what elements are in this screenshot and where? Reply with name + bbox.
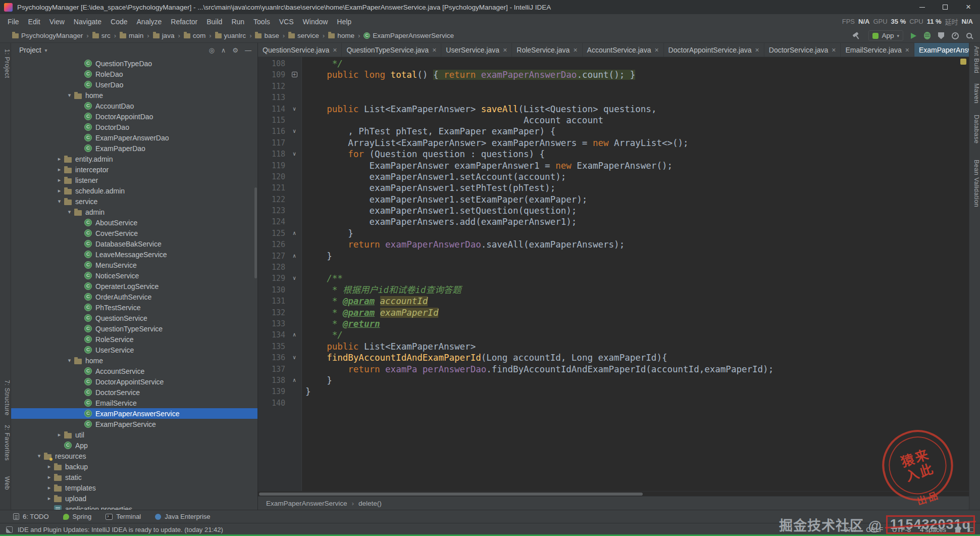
- tool-window-switcher-icon[interactable]: [6, 526, 13, 533]
- gear-icon[interactable]: ⚙: [232, 46, 238, 54]
- tool-window-button-java-enterprise[interactable]: Java Enterprise: [155, 513, 210, 520]
- tree-item-userdao[interactable]: CUserDao: [11, 79, 257, 90]
- menu-item-navigate[interactable]: Navigate: [69, 18, 106, 26]
- code-text[interactable]: examPaperAnswer1.setAccount(account);: [301, 171, 566, 182]
- project-panel-title[interactable]: Project: [19, 46, 41, 54]
- code-text[interactable]: [301, 81, 305, 92]
- tree-item-interceptor[interactable]: ▸interceptor: [11, 164, 257, 175]
- code-text[interactable]: examPaperAnswers.add(examPaperAnswer1);: [301, 216, 577, 227]
- chevron-down-icon[interactable]: ▾: [55, 198, 64, 205]
- tree-item-backup[interactable]: ▸backup: [11, 461, 257, 472]
- breadcrumb-item-base[interactable]: base: [254, 31, 280, 40]
- breadcrumb-item-psychologymanager[interactable]: PsychologyManager: [11, 31, 84, 40]
- tree-item-admin[interactable]: ▾admin: [11, 207, 257, 217]
- tree-item-coverservice[interactable]: CCoverService: [11, 228, 257, 238]
- menu-item-view[interactable]: View: [45, 18, 69, 26]
- code-text[interactable]: * @param accountId: [301, 296, 428, 307]
- debug-button[interactable]: [924, 32, 931, 39]
- tree-item-util[interactable]: ▸util: [11, 429, 257, 440]
- tree-item-app[interactable]: CApp: [11, 440, 257, 451]
- fold-box-icon[interactable]: +: [287, 69, 301, 80]
- editor-breadcrumb-delete[interactable]: delete(): [358, 500, 382, 507]
- tree-item-upload[interactable]: ▸upload: [11, 493, 257, 504]
- line-separator[interactable]: CRLF: [866, 526, 883, 533]
- code-text[interactable]: return examPaperAnswerDao.saveAll(examPa…: [301, 239, 625, 250]
- tree-item-schedule-admin[interactable]: ▸schedule.admin: [11, 185, 257, 196]
- run-button[interactable]: [911, 33, 916, 39]
- tab-exampaperanswerservice-java[interactable]: ExamPaperAnswerService.java×: [914, 43, 969, 57]
- chevron-down-icon[interactable]: ▾: [45, 47, 47, 53]
- breadcrumb-item-src[interactable]: src: [91, 31, 112, 40]
- fold-down-icon[interactable]: ∨: [287, 126, 301, 137]
- minimize-button[interactable]: [910, 0, 934, 14]
- tool-window-button-spring[interactable]: Spring: [63, 513, 92, 520]
- code-text[interactable]: */: [301, 329, 343, 340]
- fold-down-icon[interactable]: ∨: [287, 352, 301, 363]
- fold-up-icon[interactable]: ∧: [287, 375, 301, 386]
- chevron-down-icon[interactable]: ▾: [65, 209, 74, 215]
- menu-item-refactor[interactable]: Refactor: [166, 18, 202, 26]
- tree-item-application-properties[interactable]: application.properties: [11, 504, 257, 510]
- chevron-right-icon[interactable]: ▸: [55, 187, 64, 194]
- tree-item-doctorappointdao[interactable]: CDoctorAppointDao: [11, 111, 257, 122]
- maximize-button[interactable]: [934, 0, 957, 14]
- tool-stripe-ant-build[interactable]: Ant Build: [969, 46, 980, 74]
- indicator-icon[interactable]: [969, 527, 974, 532]
- tree-item-home[interactable]: ▾home: [11, 90, 257, 101]
- tree-item-userservice[interactable]: CUserService: [11, 345, 257, 355]
- tool-stripe-1-project[interactable]: 1: Project: [0, 49, 11, 78]
- code-text[interactable]: * 根据用户id和试卷id查询答题: [301, 284, 461, 296]
- tab-questiontypeservice-java[interactable]: QuestionTypeService.java×: [342, 43, 441, 57]
- horizontal-scrollbar[interactable]: [258, 491, 969, 496]
- tree-item-listener[interactable]: ▸listener: [11, 175, 257, 185]
- menu-item-edit[interactable]: Edit: [24, 18, 45, 26]
- tree-item-exampaperservice[interactable]: CExamPaperService: [11, 419, 257, 429]
- tree-item-roledao[interactable]: CRoleDao: [11, 69, 257, 79]
- chevron-down-icon[interactable]: ▾: [65, 357, 74, 364]
- tree-scrollbar[interactable]: [254, 187, 257, 278]
- tree-item-templates[interactable]: ▸templates: [11, 482, 257, 493]
- menu-item-file[interactable]: File: [3, 18, 24, 26]
- breadcrumb-item-home[interactable]: home: [327, 31, 355, 40]
- tab-questionservice-java[interactable]: QuestionService.java×: [258, 43, 342, 57]
- close-icon[interactable]: ×: [905, 46, 909, 54]
- tab-roleservice-java[interactable]: RoleService.java×: [512, 43, 582, 57]
- menu-item-help[interactable]: Help: [332, 18, 356, 26]
- fold-down-icon[interactable]: ∨: [287, 104, 301, 115]
- collapse-all-icon[interactable]: ∧: [221, 46, 226, 54]
- tool-stripe-7-structure[interactable]: 7: Structure: [0, 380, 11, 416]
- code-text[interactable]: examPaperAnswer1.setQuestion(question);: [301, 205, 577, 216]
- lock-icon[interactable]: [955, 529, 960, 533]
- tool-window-button-terminal[interactable]: Terminal: [106, 513, 141, 520]
- fold-up-icon[interactable]: ∧: [287, 329, 301, 340]
- menu-item-build[interactable]: Build: [202, 18, 227, 26]
- tree-item-doctorappointservice[interactable]: CDoctorAppointService: [11, 376, 257, 387]
- code-text[interactable]: for (Question question : questions) {: [301, 149, 545, 160]
- fold-down-icon[interactable]: ∨: [287, 149, 301, 160]
- tree-item-databasebakservice[interactable]: CDatabaseBakService: [11, 238, 257, 249]
- locate-file-icon[interactable]: ◎: [209, 46, 214, 54]
- code-text[interactable]: }: [301, 386, 311, 397]
- chevron-right-icon[interactable]: ▸: [55, 156, 64, 162]
- coverage-button[interactable]: [938, 32, 944, 39]
- fold-up-icon[interactable]: ∧: [287, 251, 301, 262]
- code-text[interactable]: , PhTest phTest, ExamPaper examPaper) {: [301, 126, 555, 137]
- scrollbar-thumb[interactable]: [259, 493, 643, 496]
- code-text[interactable]: examPaperAnswer1.setExamPaper(examPaper)…: [301, 194, 587, 205]
- tree-item-resources[interactable]: ▾resources: [11, 451, 257, 461]
- tree-item-service[interactable]: ▾service: [11, 196, 257, 207]
- code-text[interactable]: findByAccountIdAndExamPaperId(Long accou…: [301, 352, 667, 363]
- chevron-right-icon[interactable]: ▸: [44, 463, 54, 470]
- tree-item-roleservice[interactable]: CRoleService: [11, 334, 257, 345]
- tree-item-exampaperanswerdao[interactable]: CExamPaperAnswerDao: [11, 132, 257, 143]
- tree-item-menuservice[interactable]: CMenuService: [11, 260, 257, 270]
- search-everywhere-icon[interactable]: [966, 33, 972, 38]
- tab-userservice-java[interactable]: UserService.java×: [441, 43, 512, 57]
- tree-item-questiontypeservice[interactable]: CQuestionTypeService: [11, 323, 257, 334]
- chevron-down-icon[interactable]: ▾: [65, 92, 74, 99]
- tree-item-static[interactable]: ▸static: [11, 472, 257, 482]
- editor-breadcrumb-exampaperanswerservice[interactable]: ExamPaperAnswerService: [266, 500, 347, 507]
- code-text[interactable]: /**: [301, 273, 343, 284]
- tree-item-emailservice[interactable]: CEmailService: [11, 398, 257, 408]
- breadcrumb-item-com[interactable]: com: [183, 31, 207, 40]
